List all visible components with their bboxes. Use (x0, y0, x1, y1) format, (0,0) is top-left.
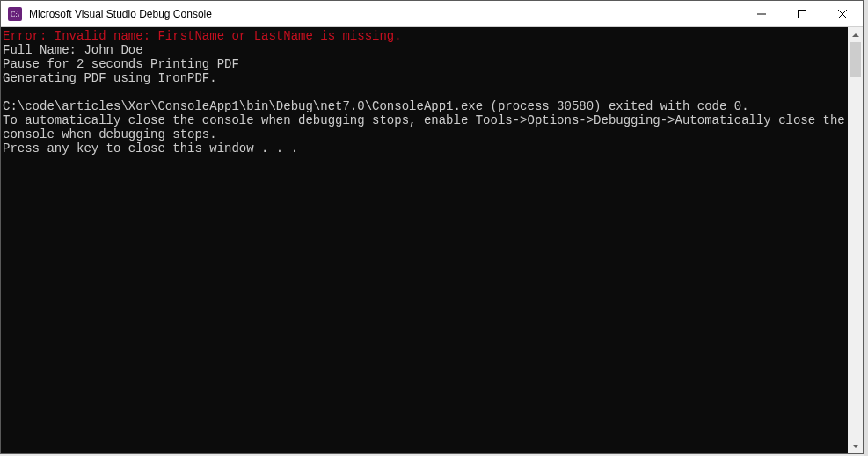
console-line: Generating PDF using IronPDF. (3, 71, 217, 85)
minimize-icon (757, 10, 766, 18)
close-icon (838, 10, 847, 18)
console-line: To automatically close the console when … (3, 113, 848, 141)
window-title: Microsoft Visual Studio Debug Console (29, 8, 741, 20)
console-line: Press any key to close this window . . . (3, 141, 298, 156)
console-window: C:\ Microsoft Visual Studio Debug Consol… (0, 0, 864, 454)
chevron-down-icon (852, 445, 859, 448)
app-icon: C:\ (8, 7, 22, 21)
console-output[interactable]: Error: Invalid name: FirstName or LastNa… (1, 27, 848, 453)
console-line: Pause for 2 seconds Printing PDF (3, 57, 239, 71)
scroll-down-button[interactable] (848, 438, 863, 453)
console-wrap: Error: Invalid name: FirstName or LastNa… (1, 27, 863, 453)
maximize-icon (798, 10, 806, 18)
svg-rect-3 (799, 10, 806, 18)
chevron-up-icon (852, 33, 859, 37)
console-error-line: Error: Invalid name: FirstName or LastNa… (3, 29, 402, 43)
window-controls (741, 1, 863, 26)
console-line: Full Name: John Doe (3, 43, 143, 57)
scroll-thumb[interactable] (850, 42, 861, 77)
background-strip (864, 0, 868, 456)
titlebar[interactable]: C:\ Microsoft Visual Studio Debug Consol… (1, 1, 863, 27)
maximize-button[interactable] (782, 1, 822, 26)
close-button[interactable] (822, 1, 863, 26)
minimize-button[interactable] (741, 1, 782, 26)
svg-marker-6 (852, 33, 859, 37)
svg-text:C:\: C:\ (11, 11, 20, 18)
scroll-up-button[interactable] (848, 27, 863, 42)
vertical-scrollbar[interactable] (848, 27, 863, 453)
console-line: C:\code\articles\Xor\ConsoleApp1\bin\Deb… (3, 99, 749, 113)
svg-marker-7 (852, 445, 859, 448)
